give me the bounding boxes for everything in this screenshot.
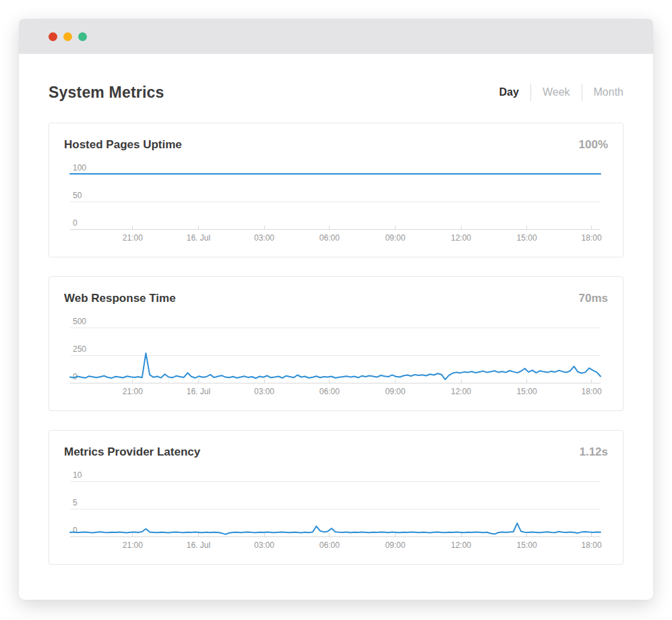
svg-text:15:00: 15:00 xyxy=(517,387,537,396)
tab-week[interactable]: Week xyxy=(531,86,582,98)
svg-text:0: 0 xyxy=(73,218,78,228)
svg-text:03:00: 03:00 xyxy=(254,387,274,396)
svg-text:50: 50 xyxy=(73,191,82,200)
svg-text:09:00: 09:00 xyxy=(385,233,405,243)
window-close-button[interactable] xyxy=(49,32,57,41)
svg-text:09:00: 09:00 xyxy=(385,540,405,550)
chart-title-latency: Metrics Provider Latency xyxy=(64,444,200,460)
chart-current-value: 1.12s xyxy=(579,444,608,460)
chart-current-value: 100% xyxy=(579,137,608,153)
svg-text:12:00: 12:00 xyxy=(451,233,471,243)
latency-card: Metrics Provider Latency 1.12s 21:0016. … xyxy=(49,430,623,565)
app-window: System Metrics Day Week Month Hosted Pag… xyxy=(19,19,653,600)
card-header: Metrics Provider Latency 1.12s xyxy=(49,431,623,460)
svg-text:03:00: 03:00 xyxy=(254,540,274,550)
svg-text:0: 0 xyxy=(73,526,78,535)
svg-text:16. Jul: 16. Jul xyxy=(187,540,210,550)
svg-text:15:00: 15:00 xyxy=(517,540,537,550)
svg-text:06:00: 06:00 xyxy=(319,540,340,550)
uptime-card: Hosted Pages Uptime 100% 21:0016. Jul03:… xyxy=(49,123,623,257)
window-titlebar xyxy=(19,19,653,54)
svg-text:15:00: 15:00 xyxy=(517,233,537,243)
svg-text:06:00: 06:00 xyxy=(319,233,340,243)
main-content: System Metrics Day Week Month Hosted Pag… xyxy=(19,54,653,565)
svg-text:18:00: 18:00 xyxy=(582,233,602,243)
svg-text:18:00: 18:00 xyxy=(582,387,602,396)
chart-current-value: 70ms xyxy=(579,290,608,307)
svg-text:21:00: 21:00 xyxy=(123,387,143,396)
uptime-line-chart[interactable]: 21:0016. Jul03:0006:0009:0012:0015:0018:… xyxy=(49,159,621,250)
window-zoom-button[interactable] xyxy=(78,32,87,41)
window-minimize-button[interactable] xyxy=(63,32,72,41)
period-toggle: Day Week Month xyxy=(488,84,623,101)
page-title: System Metrics xyxy=(49,84,164,102)
page-header: System Metrics Day Week Month xyxy=(49,54,623,104)
svg-text:16. Jul: 16. Jul xyxy=(187,233,210,243)
latency-line-chart[interactable]: 21:0016. Jul03:0006:0009:0012:0015:0018:… xyxy=(49,466,621,557)
chart-title-uptime: Hosted Pages Uptime xyxy=(64,137,182,153)
response-time-card: Web Response Time 70ms 21:0016. Jul03:00… xyxy=(49,276,623,411)
response-time-line-chart[interactable]: 21:0016. Jul03:0006:0009:0012:0015:0018:… xyxy=(49,313,621,404)
svg-text:16. Jul: 16. Jul xyxy=(187,387,210,396)
svg-text:09:00: 09:00 xyxy=(385,387,405,396)
svg-text:5: 5 xyxy=(73,498,78,507)
svg-text:03:00: 03:00 xyxy=(254,233,274,243)
svg-text:06:00: 06:00 xyxy=(319,387,340,396)
tab-month[interactable]: Month xyxy=(582,86,623,98)
card-header: Web Response Time 70ms xyxy=(49,277,623,307)
svg-text:21:00: 21:00 xyxy=(123,540,143,550)
tab-day[interactable]: Day xyxy=(488,86,530,98)
svg-text:21:00: 21:00 xyxy=(123,233,143,243)
svg-text:12:00: 12:00 xyxy=(451,540,471,550)
card-header: Hosted Pages Uptime 100% xyxy=(49,123,623,153)
svg-text:12:00: 12:00 xyxy=(451,387,471,396)
svg-text:10: 10 xyxy=(73,470,82,480)
svg-text:18:00: 18:00 xyxy=(582,540,602,550)
svg-text:100: 100 xyxy=(73,163,86,173)
svg-text:250: 250 xyxy=(73,344,86,354)
svg-text:500: 500 xyxy=(73,317,86,326)
chart-title-response-time: Web Response Time xyxy=(64,290,176,307)
